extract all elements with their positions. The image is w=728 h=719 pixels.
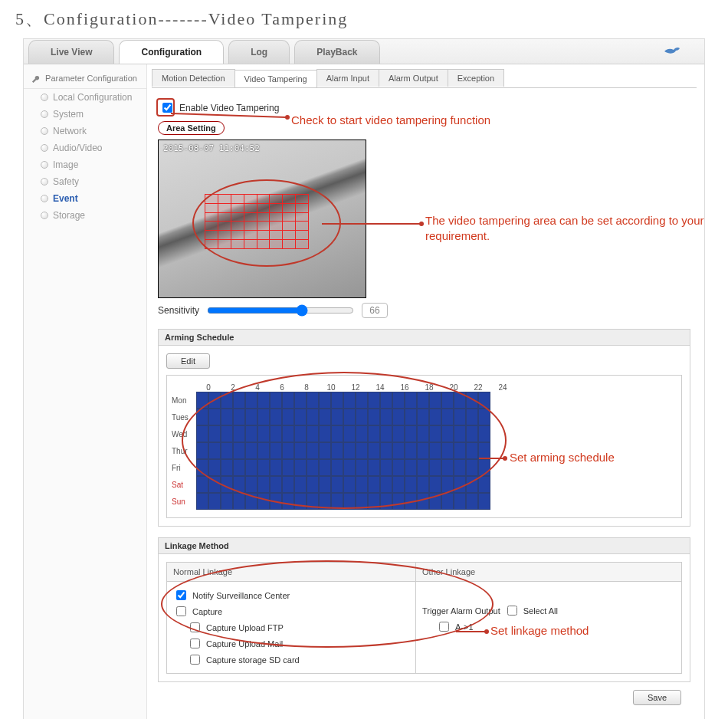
schedule-cell[interactable] [208,425,221,442]
schedule-cell[interactable] [466,442,478,459]
schedule-cell[interactable] [417,459,429,476]
linkage-checkbox[interactable] [190,655,200,665]
enable-video-tampering-checkbox[interactable] [162,103,172,113]
schedule-cell[interactable] [270,442,282,459]
schedule-cell[interactable] [196,459,208,476]
schedule-cell[interactable] [282,392,294,409]
schedule-cell[interactable] [405,493,417,510]
alarm-output-checkbox[interactable] [439,622,449,632]
schedule-cell[interactable] [441,425,454,442]
schedule-cell[interactable] [356,392,368,409]
schedule-cell[interactable] [380,409,392,425]
schedule-cell[interactable] [221,493,233,510]
schedule-cell[interactable] [196,409,208,425]
schedule-cell[interactable] [270,409,282,425]
schedule-cell[interactable] [454,476,466,493]
schedule-cell[interactable] [417,409,429,425]
schedule-cell[interactable] [196,442,208,459]
schedule-cell[interactable] [257,493,270,510]
schedule-cell[interactable] [441,409,454,425]
schedule-cell[interactable] [270,493,282,510]
schedule-cell[interactable] [208,392,221,409]
schedule-cell[interactable] [429,442,441,459]
schedule-cell[interactable] [466,392,478,409]
sidebar-item-local-configuration[interactable]: Local Configuration [24,89,146,106]
schedule-cell[interactable] [208,459,221,476]
schedule-cell[interactable] [380,493,392,510]
schedule-cell[interactable] [282,442,294,459]
schedule-cell[interactable] [343,493,356,510]
sub-tab-alarm-input[interactable]: Alarm Input [316,69,379,87]
schedule-cell[interactable] [405,409,417,425]
schedule-cell[interactable] [208,476,221,493]
schedule-cell[interactable] [478,476,490,493]
schedule-cell[interactable] [331,476,343,493]
schedule-cell[interactable] [282,459,294,476]
schedule-cell[interactable] [466,425,478,442]
schedule-cell[interactable] [307,409,319,425]
schedule-cell[interactable] [221,409,233,425]
schedule-cell[interactable] [233,425,245,442]
schedule-cell[interactable] [307,459,319,476]
schedule-cell[interactable] [417,392,429,409]
sub-tab-exception[interactable]: Exception [448,69,504,87]
sub-tab-alarm-output[interactable]: Alarm Output [379,69,448,87]
schedule-cell[interactable] [294,476,307,493]
schedule-cell[interactable] [270,392,282,409]
schedule-cell[interactable] [233,459,245,476]
schedule-cell[interactable] [356,409,368,425]
schedule-cell[interactable] [307,493,319,510]
sub-tab-motion-detection[interactable]: Motion Detection [152,69,235,87]
schedule-cell[interactable] [331,493,343,510]
sidebar-item-image[interactable]: Image [24,156,146,173]
schedule-cell[interactable] [208,493,221,510]
save-button[interactable]: Save [633,690,681,705]
schedule-cell[interactable] [294,425,307,442]
schedule-cell[interactable] [356,476,368,493]
sub-tab-video-tampering[interactable]: Video Tampering [234,70,317,87]
schedule-cell[interactable] [343,442,356,459]
schedule-cell[interactable] [368,409,380,425]
video-preview[interactable]: 2015-08-07 11:04:52 [158,140,366,298]
schedule-cell[interactable] [208,442,221,459]
edit-button[interactable]: Edit [166,353,210,369]
schedule-cell[interactable] [356,493,368,510]
schedule-cell[interactable] [319,392,331,409]
schedule-cell[interactable] [454,392,466,409]
schedule-cell[interactable] [343,459,356,476]
tamper-area-grid[interactable] [205,194,309,249]
schedule-cell[interactable] [368,493,380,510]
schedule-grid[interactable]: 024681012141618202224 MonTuesWedThurFriS… [166,375,682,518]
schedule-cell[interactable] [245,459,257,476]
schedule-cell[interactable] [356,442,368,459]
schedule-cell[interactable] [466,493,478,510]
schedule-cell[interactable] [478,442,490,459]
schedule-cell[interactable] [343,409,356,425]
schedule-cell[interactable] [441,459,454,476]
schedule-cell[interactable] [270,459,282,476]
schedule-cell[interactable] [343,392,356,409]
schedule-cell[interactable] [319,476,331,493]
schedule-cell[interactable] [380,425,392,442]
schedule-cell[interactable] [331,392,343,409]
schedule-cell[interactable] [478,425,490,442]
schedule-cell[interactable] [319,442,331,459]
schedule-cell[interactable] [429,392,441,409]
main-tab-log[interactable]: Log [228,40,290,64]
schedule-cell[interactable] [294,493,307,510]
schedule-cell[interactable] [368,392,380,409]
schedule-cell[interactable] [282,476,294,493]
schedule-cell[interactable] [196,476,208,493]
schedule-cell[interactable] [257,409,270,425]
schedule-cell[interactable] [270,476,282,493]
schedule-cell[interactable] [429,409,441,425]
schedule-cell[interactable] [319,493,331,510]
schedule-cell[interactable] [233,476,245,493]
schedule-cell[interactable] [417,442,429,459]
schedule-cell[interactable] [233,409,245,425]
schedule-cell[interactable] [405,425,417,442]
schedule-cell[interactable] [233,493,245,510]
schedule-cell[interactable] [221,476,233,493]
schedule-cell[interactable] [221,392,233,409]
schedule-cell[interactable] [392,442,405,459]
